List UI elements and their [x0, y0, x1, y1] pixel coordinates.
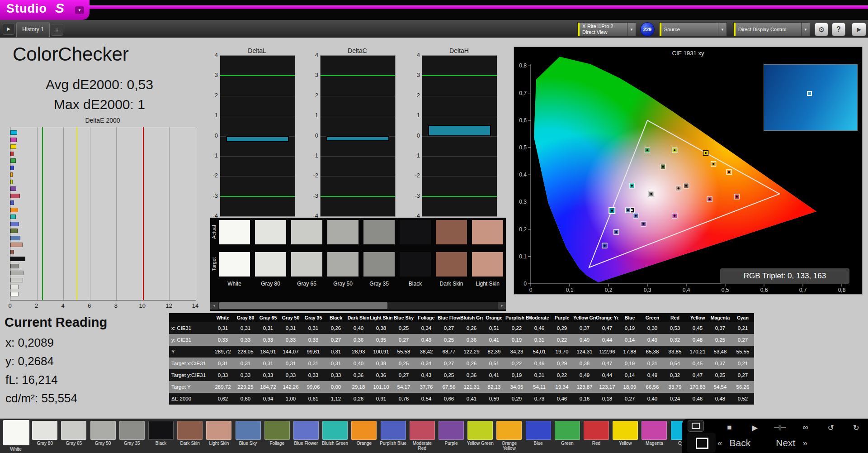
table-cell: 1,12: [325, 393, 347, 405]
deltae-bar: [10, 271, 24, 275]
deltae-threshold-line: [76, 127, 77, 300]
y-tick-label: -1: [212, 152, 218, 159]
column-header: Red: [664, 313, 686, 322]
tab-strip-expander-button[interactable]: ▶: [3, 23, 14, 35]
table-cell: 0,27: [731, 369, 754, 381]
swatch-scrollbar[interactable]: ◄ ►: [210, 302, 506, 310]
column-header: Blue Sky: [392, 313, 415, 322]
chevron-down-icon: ▼: [718, 23, 726, 36]
table-cell: 0,66: [438, 393, 460, 405]
next-button[interactable]: Next »: [776, 438, 807, 448]
scroll-right-icon[interactable]: ►: [498, 302, 506, 310]
help-button[interactable]: ?: [832, 23, 845, 36]
actual-swatch: [400, 220, 431, 244]
patch-strip-cell: Moderate Red: [408, 419, 436, 453]
gridline: [321, 156, 395, 157]
meter-dropdown-label: X-Rite i1Pro 2 Direct View: [582, 23, 626, 36]
table-cell: 0,33: [257, 334, 279, 346]
patch-strip-cell: Green: [553, 419, 581, 453]
cie-current-point: [609, 208, 615, 214]
window-mode-button[interactable]: [688, 420, 704, 432]
table-cell: 55,58: [392, 346, 415, 358]
display-pattern-button[interactable]: [687, 433, 716, 453]
table-cell: 33,79: [664, 381, 686, 393]
tab-history-1[interactable]: History 1: [16, 22, 50, 37]
patch-preview-inset: [764, 64, 858, 131]
table-cell: 0,33: [279, 334, 302, 346]
table-row: Target y:CIE310,330,330,330,330,330,330,…: [169, 369, 754, 381]
delta-bar: [326, 136, 389, 141]
column-header: Purple: [551, 313, 573, 322]
collapse-panel-button[interactable]: ▶: [852, 23, 866, 36]
hold-icon[interactable]: ⊣⊢: [771, 421, 789, 434]
current-reading-title: Current Reading: [5, 315, 107, 330]
cie-y-tick: 0,4: [519, 172, 527, 178]
table-cell: 0,36: [370, 369, 392, 381]
meter-dropdown[interactable]: X-Rite i1Pro 2 Direct View ▼: [577, 22, 636, 37]
table-cell: 33,85: [664, 346, 686, 358]
y-tick-label: -3: [212, 192, 218, 199]
table-cell: 0,40: [641, 393, 664, 405]
table-cell: 65,38: [641, 346, 664, 358]
reset-icon[interactable]: ↺: [821, 421, 840, 434]
rgb-triplet-readout: RGB Triplet: 0, 133, 163: [720, 268, 849, 284]
delta-l-title: DeltaL: [220, 47, 294, 54]
next-label: Next: [776, 438, 795, 448]
delta-l-plot: [220, 55, 295, 217]
cie-point: [614, 229, 619, 234]
table-cell: 0,46: [528, 358, 551, 369]
table-cell: 101,10: [370, 381, 392, 393]
table-cell: 54,54: [709, 381, 731, 393]
table-cell: 18,09: [618, 381, 641, 393]
scroll-left-icon[interactable]: ◄: [210, 302, 218, 310]
table-cell: 124,31: [573, 346, 596, 358]
current-reading-value: y: 0,2684: [5, 354, 54, 368]
logo-menu-caret-icon[interactable]: ▼: [75, 6, 84, 14]
table-cell: 0,46: [686, 393, 709, 405]
y-tick-label: 0: [417, 132, 420, 139]
patch-swatch: [177, 421, 203, 440]
table-cell: 170,83: [686, 381, 709, 393]
table-cell: 0,19: [618, 322, 641, 334]
refresh-icon[interactable]: ↻: [847, 421, 865, 434]
back-button[interactable]: « Back: [717, 438, 750, 448]
table-cell: 66,56: [641, 381, 664, 393]
table-row: Target x:CIE310,310,310,310,310,310,310,…: [169, 358, 754, 369]
cie-point: [703, 151, 708, 156]
table-cell: 0,31: [325, 358, 347, 369]
table-cell: 0,32: [664, 334, 686, 346]
play-icon[interactable]: ▶: [745, 421, 764, 434]
cie-point: [629, 183, 634, 188]
patch-swatch: [410, 421, 435, 440]
current-reading-values: x: 0,2089y: 0,2684fL: 16,214cd/m²: 55,55…: [5, 336, 155, 413]
stop-icon[interactable]: ■: [720, 421, 739, 434]
display-control-dropdown[interactable]: Direct Display Control ▼: [733, 22, 810, 37]
continuous-icon[interactable]: ∞: [796, 421, 815, 434]
patch-label: Purplish Blue: [379, 441, 407, 446]
y-tick-label: 4: [215, 52, 218, 58]
patch-strip-cell: Gray 80: [31, 419, 59, 453]
table-cell: 17,88: [618, 346, 641, 358]
table-cell: 55,55: [731, 346, 754, 358]
scrollbar-thumb[interactable]: [219, 302, 387, 309]
app-logo[interactable]: Studio S ▼: [0, 0, 90, 20]
source-dropdown[interactable]: Source ▼: [659, 22, 727, 37]
column-header: Purplish Blue: [505, 313, 528, 322]
settings-gear-icon[interactable]: ⚙: [815, 23, 828, 36]
table-cell: 99,61: [302, 346, 325, 358]
table-cell: 0,31: [234, 358, 257, 369]
y-tick-label: 2: [215, 92, 218, 99]
table-cell: 0,31: [641, 358, 664, 369]
table-cell: 0,43: [415, 334, 438, 346]
delta-bar: [226, 136, 289, 142]
table-cell: 56,26: [731, 381, 754, 393]
table-cell: 0,22: [551, 334, 573, 346]
cie-y-tick: 0,1: [519, 253, 527, 260]
cie-x-tick: 0,4: [683, 287, 690, 293]
table-cell: 0,59: [483, 393, 505, 405]
cie-x-tick: 0,2: [605, 287, 613, 293]
colorchecker-swatch-grid: Actual Target WhiteGray 80Gray 65Gray 50…: [210, 218, 506, 311]
deltae-gridline: [169, 127, 170, 300]
add-tab-button[interactable]: +: [51, 24, 63, 36]
column-header: Light Skin: [370, 313, 392, 322]
